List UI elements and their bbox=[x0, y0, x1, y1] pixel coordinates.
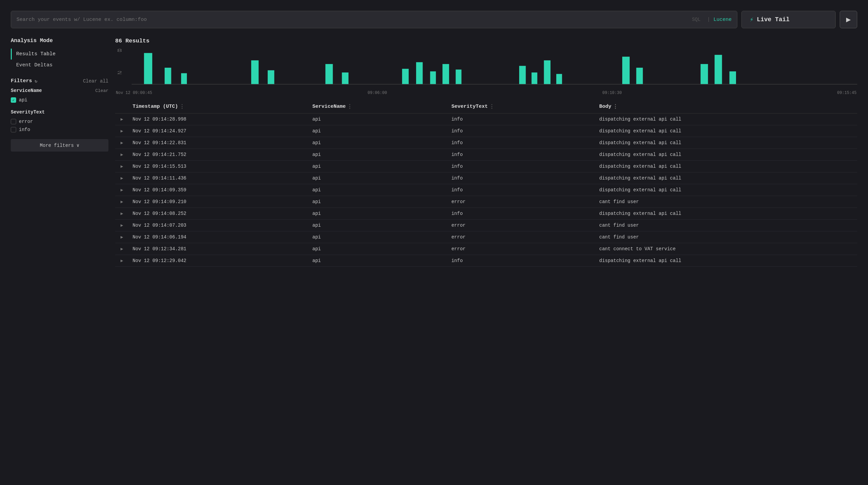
sidebar-item-event-deltas[interactable]: Event Deltas bbox=[11, 60, 108, 71]
table-row[interactable]: ▶ Nov 12 09:14:24.927 api info dispatchi… bbox=[115, 125, 857, 137]
table-row[interactable]: ▶ Nov 12 09:14:09.359 api info dispatchi… bbox=[115, 184, 857, 196]
severity-cell-4: info bbox=[447, 161, 595, 173]
service-cell-5: api bbox=[308, 173, 447, 184]
sidebar: Analysis Mode Results Table Event Deltas… bbox=[11, 38, 115, 267]
col-separator-timestamp[interactable]: ⋮ bbox=[180, 103, 185, 110]
search-input[interactable] bbox=[17, 17, 688, 23]
th-severity-label: SeverityText bbox=[452, 104, 488, 110]
filter-service-name-clear-button[interactable]: Clear bbox=[95, 88, 108, 93]
expand-icon-1[interactable]: ▶ bbox=[119, 128, 125, 134]
analysis-mode-title: Analysis Mode bbox=[11, 38, 108, 44]
timestamp-cell-4: Nov 12 09:14:15.513 bbox=[129, 161, 308, 173]
sidebar-item-results-table[interactable]: Results Table bbox=[11, 49, 108, 60]
service-cell-12: api bbox=[308, 255, 447, 267]
run-button[interactable]: ▶ bbox=[840, 11, 857, 28]
filter-item-error[interactable]: error bbox=[11, 118, 108, 126]
expand-cell-5: ▶ bbox=[115, 173, 129, 184]
severity-cell-7: error bbox=[447, 196, 595, 208]
th-body: Body ⋮ bbox=[595, 100, 857, 114]
body-cell-6: dispatching external api call bbox=[595, 184, 857, 196]
filter-item-api[interactable]: api bbox=[11, 96, 108, 104]
timestamp-cell-8: Nov 12 09:14:08.252 bbox=[129, 208, 308, 220]
service-cell-8: api bbox=[308, 208, 447, 220]
svg-rect-6 bbox=[268, 70, 274, 84]
search-box: SQL | Lucene bbox=[11, 11, 737, 28]
timestamp-cell-0: Nov 12 09:14:28.998 bbox=[129, 114, 308, 125]
expand-icon-7[interactable]: ▶ bbox=[119, 199, 125, 205]
svg-text:2: 2 bbox=[117, 71, 122, 75]
table-row[interactable]: ▶ Nov 12 09:14:07.203 api error cant fin… bbox=[115, 220, 857, 232]
expand-icon-8[interactable]: ▶ bbox=[119, 211, 125, 217]
expand-cell-12: ▶ bbox=[115, 255, 129, 267]
table-row[interactable]: ▶ Nov 12 09:14:11.436 api info dispatchi… bbox=[115, 173, 857, 184]
expand-icon-3[interactable]: ▶ bbox=[119, 152, 125, 158]
search-divider: SQL bbox=[692, 17, 700, 22]
timestamp-cell-3: Nov 12 09:14:21.752 bbox=[129, 149, 308, 161]
expand-cell-2: ▶ bbox=[115, 137, 129, 149]
expand-cell-8: ▶ bbox=[115, 208, 129, 220]
th-timestamp-label: Timestamp (UTC) bbox=[133, 104, 178, 110]
table-row[interactable]: ▶ Nov 12 09:14:06.194 api error cant fin… bbox=[115, 232, 857, 243]
checkbox-api[interactable] bbox=[11, 97, 16, 103]
severity-cell-0: info bbox=[447, 114, 595, 125]
refresh-icon[interactable]: ↻ bbox=[35, 79, 37, 84]
content-area: 86 Results 8 2 bbox=[115, 38, 857, 267]
table-row[interactable]: ▶ Nov 12 09:14:15.513 api info dispatchi… bbox=[115, 161, 857, 173]
expand-icon-10[interactable]: ▶ bbox=[119, 234, 125, 241]
service-cell-11: api bbox=[308, 243, 447, 255]
th-service: ServiceName ⋮ bbox=[308, 100, 447, 114]
expand-icon-5[interactable]: ▶ bbox=[119, 175, 125, 182]
col-separator-service[interactable]: ⋮ bbox=[347, 103, 352, 110]
severity-cell-12: info bbox=[447, 255, 595, 267]
filter-item-info[interactable]: info bbox=[11, 126, 108, 134]
checkbox-info[interactable] bbox=[11, 127, 16, 132]
service-cell-4: api bbox=[308, 161, 447, 173]
checkbox-error[interactable] bbox=[11, 119, 16, 124]
expand-icon-4[interactable]: ▶ bbox=[119, 163, 125, 170]
table-row[interactable]: ▶ Nov 12 09:14:28.998 api info dispatchi… bbox=[115, 114, 857, 125]
expand-icon-2[interactable]: ▶ bbox=[119, 140, 125, 146]
filter-group-service-name-header: ServiceName Clear bbox=[11, 88, 108, 93]
expand-icon-12[interactable]: ▶ bbox=[119, 257, 125, 264]
expand-cell-10: ▶ bbox=[115, 232, 129, 243]
service-cell-1: api bbox=[308, 125, 447, 137]
timestamp-cell-1: Nov 12 09:14:24.927 bbox=[129, 125, 308, 137]
svg-rect-13 bbox=[456, 69, 461, 84]
col-separator-severity[interactable]: ⋮ bbox=[489, 103, 494, 110]
filter-group-service-name: ServiceName Clear api bbox=[11, 88, 108, 104]
table-row[interactable]: ▶ Nov 12 09:14:22.831 api info dispatchi… bbox=[115, 137, 857, 149]
table-row[interactable]: ▶ Nov 12 09:12:34.281 api error cant con… bbox=[115, 243, 857, 255]
svg-rect-19 bbox=[637, 68, 643, 84]
expand-icon-9[interactable]: ▶ bbox=[119, 222, 125, 229]
table-row[interactable]: ▶ Nov 12 09:14:08.252 api info dispatchi… bbox=[115, 208, 857, 220]
timestamp-cell-10: Nov 12 09:14:06.194 bbox=[129, 232, 308, 243]
expand-icon-11[interactable]: ▶ bbox=[119, 246, 125, 252]
filter-label-api: api bbox=[19, 97, 27, 103]
chevron-down-icon: ∨ bbox=[76, 143, 79, 148]
table-row[interactable]: ▶ Nov 12 09:12:29.042 api info dispatchi… bbox=[115, 255, 857, 267]
table-row[interactable]: ▶ Nov 12 09:14:21.752 api info dispatchi… bbox=[115, 149, 857, 161]
timestamp-cell-12: Nov 12 09:12:29.042 bbox=[129, 255, 308, 267]
more-options-icon[interactable]: ⋮ bbox=[613, 103, 618, 110]
body-cell-3: dispatching external api call bbox=[595, 149, 857, 161]
expand-icon-0[interactable]: ▶ bbox=[119, 116, 125, 123]
svg-rect-4 bbox=[181, 73, 187, 84]
svg-rect-8 bbox=[342, 72, 348, 84]
svg-rect-9 bbox=[402, 69, 409, 84]
filter-group-severity-text-header: SeverityText bbox=[11, 110, 108, 115]
x-label-1: 09:06:00 bbox=[368, 91, 387, 95]
svg-rect-20 bbox=[701, 64, 708, 84]
expand-icon-6[interactable]: ▶ bbox=[119, 187, 125, 193]
table-row[interactable]: ▶ Nov 12 09:14:09.210 api error cant fin… bbox=[115, 196, 857, 208]
body-cell-10: cant find user bbox=[595, 232, 857, 243]
live-tail-label: Live Tail bbox=[757, 16, 789, 23]
service-cell-6: api bbox=[308, 184, 447, 196]
more-filters-button[interactable]: More filters ∨ bbox=[11, 139, 108, 152]
lucene-button[interactable]: Lucene bbox=[713, 17, 732, 23]
chart-x-labels: Nov 12 09:00:45 09:06:00 09:10:30 09:15:… bbox=[115, 91, 857, 95]
body-cell-12: dispatching external api call bbox=[595, 255, 857, 267]
clear-all-button[interactable]: Clear all bbox=[83, 79, 108, 84]
expand-cell-7: ▶ bbox=[115, 196, 129, 208]
service-cell-2: api bbox=[308, 137, 447, 149]
expand-cell-0: ▶ bbox=[115, 114, 129, 125]
